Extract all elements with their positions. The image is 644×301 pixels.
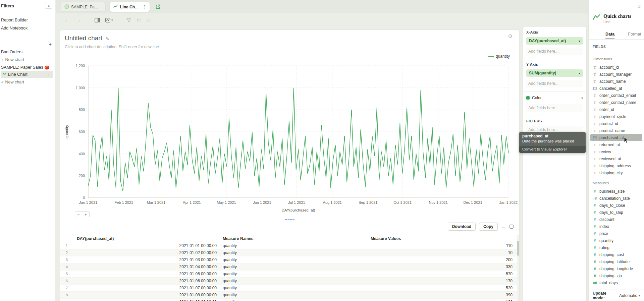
table-row[interactable]: 62021-01-06 00:00:00quantity170 xyxy=(60,278,517,285)
dimension-field-product_id[interactable]: Tproduct_id xyxy=(589,120,644,127)
dimension-field-review[interactable]: Treview xyxy=(589,148,644,155)
measure-field-shipping_zip[interactable]: #shipping_zip xyxy=(589,272,644,279)
expand-results-icon[interactable] xyxy=(509,224,514,229)
color-dropdown[interactable]: Color ▾ xyxy=(526,95,583,101)
edit-title-icon[interactable]: ✎ xyxy=(106,36,109,41)
dimension-field-cancelled_at[interactable]: cancelled_at xyxy=(589,85,644,92)
measure-field-total_days[interactable]: =#total_days xyxy=(589,279,644,286)
caret-down-icon: ▾ xyxy=(638,294,640,297)
tab-format[interactable]: Format xyxy=(628,30,641,39)
sidebar-item-add-notebook[interactable]: Add Notebook xyxy=(1,25,54,32)
dimension-field-order_id[interactable]: Torder_id xyxy=(589,106,644,113)
zoom-out-button[interactable]: − xyxy=(75,212,82,217)
dimension-field-account_name[interactable]: Taccount_name xyxy=(589,78,644,85)
table-row[interactable]: 92021-01-09 00:00:00quantity100 xyxy=(60,299,517,301)
copy-button[interactable]: Copy xyxy=(479,223,498,231)
dimension-field-product_name[interactable]: Tproduct_name xyxy=(589,127,644,134)
x-axis-drop-zone[interactable]: Add fields here... xyxy=(526,48,583,55)
row-number: 4 xyxy=(60,265,73,269)
table-row[interactable]: 32021-01-03 00:00:00quantity200 xyxy=(60,256,517,263)
sidebar-item-new-chart-1[interactable]: + New chart xyxy=(1,56,54,63)
field-name: purchased_at xyxy=(599,135,624,140)
minimize-results-icon[interactable] xyxy=(501,224,506,229)
dimension-field-shipping_address[interactable]: Tshipping_address xyxy=(589,162,644,169)
table-row[interactable]: 42021-01-04 00:00:00quantity330 xyxy=(60,263,517,270)
collapse-sidebar-icon[interactable]: « xyxy=(45,3,52,9)
zoom-in-button[interactable]: + xyxy=(82,212,90,217)
measure-field-price[interactable]: #price xyxy=(589,230,644,237)
tab-line-chart[interactable]: Line Chart ⋮ xyxy=(110,2,150,12)
color-drop-zone[interactable]: Add fields here... xyxy=(526,104,583,112)
measure-field-shipping_longitude[interactable]: #shipping_longitude xyxy=(589,265,644,272)
measure-field-shipping_latitude[interactable]: #shipping_latitude xyxy=(589,258,644,265)
measure-field-discount[interactable]: #discount xyxy=(589,216,644,223)
sidebar-item-new-chart-2[interactable]: + New chart xyxy=(1,79,54,85)
download-button[interactable]: Download xyxy=(448,223,476,231)
share-icon[interactable] xyxy=(155,4,161,11)
table-row[interactable]: 22021-01-02 00:00:00quantity10 xyxy=(60,249,517,256)
dimension-field-returned_at[interactable]: Treturned_at xyxy=(589,141,644,148)
dimension-field-account_manager[interactable]: Taccount_manager xyxy=(589,71,644,78)
quick-charts-header: Quick charts Line xyxy=(593,13,631,24)
tab-data[interactable]: Data xyxy=(605,30,614,39)
dimension-field-account_id[interactable]: Taccount_id xyxy=(589,64,644,71)
forward-button[interactable]: → xyxy=(76,17,81,23)
update-mode-dropdown[interactable]: Automatic ▾ xyxy=(619,293,640,298)
y-axis-field-pill[interactable]: SUM(quantity) ▾ xyxy=(526,69,583,77)
dimension-field-payment_cycle[interactable]: Tpayment_cycle xyxy=(589,113,644,120)
scrollbar-thumb[interactable] xyxy=(517,241,519,256)
table-scrollbar[interactable] xyxy=(517,235,519,301)
dimension-field-purchased_at[interactable]: purchased_at xyxy=(590,134,642,141)
measure-field-quantity[interactable]: #quantity xyxy=(589,237,644,244)
field-name: account_name xyxy=(599,79,626,84)
x-axis-field-pill[interactable]: DAY(purchased_at) ▾ xyxy=(526,37,583,45)
sidebar-item-line-chart[interactable]: Line Chart ⋮ xyxy=(1,71,53,78)
dimension-field-reviewed_at[interactable]: Treviewed_at xyxy=(589,155,644,162)
text-type-icon: T xyxy=(593,79,597,83)
add-notebook-label: Add Notebook xyxy=(1,26,28,31)
table-row[interactable]: 82021-01-08 00:00:00quantity390 xyxy=(60,292,517,299)
y-axis-drop-zone[interactable]: Add fields here... xyxy=(526,80,583,87)
collapse-panel-icon[interactable]: » xyxy=(638,3,641,9)
panels-icon[interactable] xyxy=(95,18,100,22)
chart-description-placeholder[interactable]: Click to add chart description. Shift-en… xyxy=(65,45,160,49)
tab-sample-notebook[interactable]: SAMPLE: Pa... xyxy=(61,2,106,12)
dimension-field-order_contact_name[interactable]: Torder_contact_name xyxy=(589,99,644,106)
dimension-field-shipping_city[interactable]: Tshipping_city xyxy=(589,169,644,176)
tab-menu-icon[interactable]: ⋮ xyxy=(142,5,146,9)
table-row[interactable]: 72021-01-07 00:00:00quantity520 xyxy=(60,285,517,292)
column-header-measure-names[interactable]: Measure Names xyxy=(223,236,371,241)
resize-handle[interactable] xyxy=(285,219,294,220)
table-row[interactable]: 12021-01-01 00:00:00quantity110 xyxy=(60,242,517,249)
sidebar-item-sample-paper-sales[interactable]: SAMPLE: Paper Sales 🍅 xyxy=(1,64,54,70)
filter-icon[interactable] xyxy=(126,18,131,22)
add-workbook-button[interactable]: + xyxy=(49,42,52,47)
chart-title[interactable]: Untitled chart xyxy=(65,35,102,42)
chart-settings-gear-icon[interactable]: ⚙ xyxy=(508,33,513,39)
measure-field-business_size[interactable]: #business_size xyxy=(589,188,644,195)
column-header-day[interactable]: DAY(purchased_at) xyxy=(73,236,223,241)
text-type-icon: T xyxy=(593,143,597,147)
measure-field-days_to_ship[interactable]: #days_to_ship xyxy=(589,209,644,216)
sort-ascending-icon[interactable] xyxy=(137,18,141,22)
svg-text:DAY(purchased_at): DAY(purchased_at) xyxy=(281,208,315,212)
back-button[interactable]: ← xyxy=(64,17,70,23)
sort-descending-icon[interactable] xyxy=(147,18,151,22)
measure-field-rating[interactable]: #rating xyxy=(589,244,644,251)
measure-name-cell: quantity xyxy=(223,279,371,283)
measure-field-index[interactable]: #index xyxy=(589,223,644,230)
dimension-field-order_contact_email[interactable]: Torder_contact_email xyxy=(589,92,644,99)
svg-text:Feb 1 2021: Feb 1 2021 xyxy=(115,200,133,204)
measure-field-cancellation_rate[interactable]: =#cancellation_rate xyxy=(589,195,644,202)
measure-name-cell: quantity xyxy=(223,286,371,290)
measure-field-shipping_cost[interactable]: #shipping_cost xyxy=(589,251,644,258)
kebab-menu-icon[interactable]: ⋮ xyxy=(47,72,51,77)
measure-value-cell: 520 xyxy=(371,286,517,290)
column-header-measure-values[interactable]: Measure Values xyxy=(371,236,518,241)
chart-type-dropdown[interactable]: ▾ xyxy=(105,18,113,22)
table-row[interactable]: 52021-01-05 00:00:00quantity570 xyxy=(60,270,517,278)
sidebar-item-bad-orders[interactable]: Bad Orders xyxy=(1,49,54,55)
sidebar-item-report-builder[interactable]: Report Builder xyxy=(1,17,54,23)
convert-to-visual-explorer-action[interactable]: Convert to Visual Explorer xyxy=(519,146,586,153)
measure-field-days_to_close[interactable]: #days_to_close xyxy=(589,202,644,209)
